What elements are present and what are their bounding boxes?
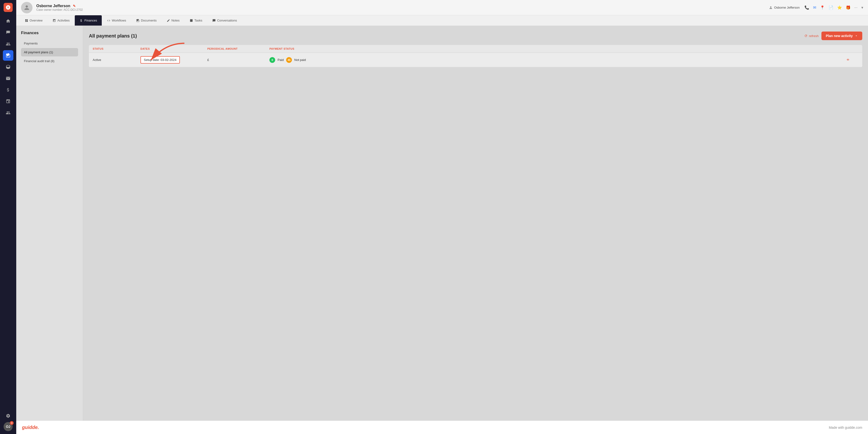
email-icon[interactable]: ✉ <box>813 5 816 10</box>
document-icon[interactable]: 📄 <box>829 5 833 10</box>
app-logo[interactable] <box>4 3 13 12</box>
case-avatar <box>21 2 32 13</box>
left-panel: Finances Payments All payment plans (1) … <box>16 26 83 421</box>
footer-tagline: Made with guidde.com <box>829 426 862 430</box>
col-dates: DATES <box>141 47 207 50</box>
paid-badge: 0 <box>270 57 275 63</box>
nav-payments[interactable]: Payments <box>21 39 78 48</box>
content-area: Osborne Jefferson ✎ Case owner number: A… <box>16 0 868 434</box>
panel-title: Finances <box>21 31 78 35</box>
main-panel: All payment plans (1) refresh Plan new a… <box>83 26 868 421</box>
sidebar-item-team[interactable] <box>3 108 13 118</box>
tab-workflows[interactable]: Workflows <box>102 15 131 26</box>
tab-documents[interactable]: Documents <box>131 15 161 26</box>
main-panel-title: All payment plans (1) <box>89 33 137 39</box>
sidebar-item-contacts[interactable] <box>3 39 13 49</box>
guidde-logo: guidde. <box>22 425 39 430</box>
edit-case-icon[interactable]: ✎ <box>73 4 76 8</box>
tab-overview[interactable]: Overview <box>20 15 47 26</box>
sidebar-item-home[interactable] <box>3 16 13 26</box>
phone-icon[interactable]: 📞 <box>804 5 809 10</box>
col-status: STATUS <box>93 47 141 50</box>
date-value: Setup date: 03-02-2024 <box>141 56 180 64</box>
case-info: Osborne Jefferson ✎ Case owner number: A… <box>36 4 765 11</box>
sidebar-item-workflows[interactable] <box>3 96 13 107</box>
payment-plans-table: STATUS DATES PERIODICAL AMOUNT PAYMENT S… <box>89 45 862 67</box>
more-icon[interactable]: ··· <box>855 5 858 10</box>
top-header: Osborne Jefferson ✎ Case owner number: A… <box>16 0 868 15</box>
sidebar-item-email[interactable] <box>3 73 13 84</box>
row-status: Active <box>93 58 141 62</box>
paid-label: Paid <box>278 58 284 62</box>
sidebar: OJ 3 <box>0 0 16 434</box>
header-right: Osborne Jefferson 📞 ✉ 📍 📄 ⭐ 🎁 ··· ▾ <box>769 5 863 10</box>
page-content: Finances Payments All payment plans (1) … <box>16 26 868 421</box>
table-row: Active Setup date: 03-02-2024 £ 0 Paid 4… <box>89 53 862 67</box>
main-panel-header: All payment plans (1) refresh Plan new a… <box>89 32 862 40</box>
star-icon[interactable]: ⭐ <box>837 5 842 10</box>
row-payment-status: 0 Paid 45 Not paid <box>270 57 846 63</box>
header-user: Osborne Jefferson <box>769 6 800 9</box>
col-actions <box>846 47 859 50</box>
col-amount: PERIODICAL AMOUNT <box>207 47 270 50</box>
nav-payment-plans[interactable]: All payment plans (1) <box>21 48 78 56</box>
nav-audit-trail[interactable]: Financial audit trail (8) <box>21 57 78 65</box>
tab-bar: Overview Activities Finances Workflows D… <box>16 15 868 26</box>
row-date: Setup date: 03-02-2024 <box>141 56 207 64</box>
sidebar-item-cases[interactable] <box>3 50 13 61</box>
row-eye[interactable]: 👁 <box>846 58 859 62</box>
refresh-button[interactable]: refresh <box>804 34 818 38</box>
plan-activity-button[interactable]: Plan new activity <box>822 32 862 40</box>
row-amount: £ <box>207 58 270 62</box>
not-paid-label: Not paid <box>294 58 306 62</box>
col-payment-status: PAYMENT STATUS <box>270 47 846 50</box>
eye-icon[interactable]: 👁 <box>846 58 849 62</box>
tab-activities[interactable]: Activities <box>48 15 74 26</box>
not-paid-badge: 45 <box>286 57 292 63</box>
header-icons: 📞 ✉ 📍 📄 ⭐ 🎁 ··· ▾ <box>804 5 863 10</box>
table-header: STATUS DATES PERIODICAL AMOUNT PAYMENT S… <box>89 45 862 53</box>
location-icon[interactable]: 📍 <box>820 5 825 10</box>
gift-icon[interactable]: 🎁 <box>846 5 850 10</box>
case-name: Osborne Jefferson ✎ <box>36 4 765 8</box>
tab-finances[interactable]: Finances <box>75 15 102 26</box>
sidebar-item-finances[interactable] <box>3 85 13 95</box>
sidebar-item-inbox[interactable] <box>3 27 13 38</box>
case-number: Case owner number: ACC-DCI-2702 <box>36 8 765 11</box>
sidebar-item-settings[interactable] <box>3 411 13 421</box>
sidebar-item-database[interactable] <box>3 62 13 72</box>
chevron-down-icon[interactable]: ▾ <box>861 5 863 10</box>
user-avatar-wrap: OJ 3 <box>4 422 13 431</box>
header-username: Osborne Jefferson <box>774 6 800 9</box>
tab-notes[interactable]: Notes <box>162 15 184 26</box>
footer: guidde. Made with guidde.com <box>16 421 868 434</box>
tab-tasks[interactable]: Tasks <box>185 15 207 26</box>
header-actions: refresh Plan new activity <box>804 32 862 40</box>
notification-badge: 3 <box>10 421 13 425</box>
tab-conversations[interactable]: Conversations <box>208 15 242 26</box>
